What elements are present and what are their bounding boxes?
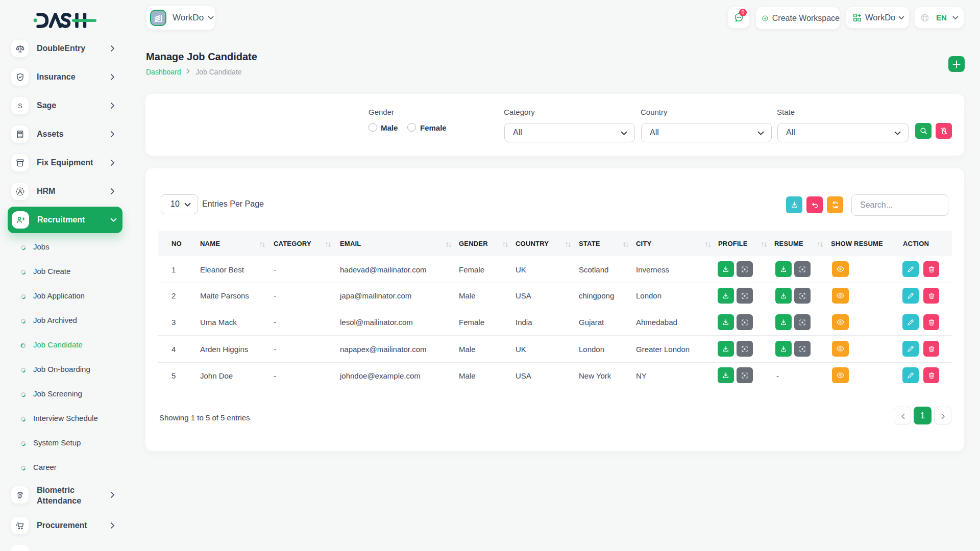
svg-text:S: S <box>18 102 22 109</box>
